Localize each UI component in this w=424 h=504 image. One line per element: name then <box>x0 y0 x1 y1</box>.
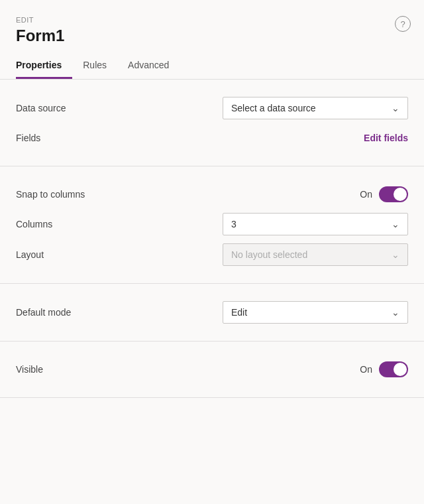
layout-section: Snap to columns On Columns 3 ⌄ Layout No… <box>0 166 424 284</box>
snap-toggle-container: On <box>360 186 408 202</box>
snap-to-columns-label: Snap to columns <box>16 189 85 200</box>
layout-placeholder: No layout selected <box>231 249 307 260</box>
visible-toggle[interactable] <box>379 361 408 377</box>
tab-advanced[interactable]: Advanced <box>128 53 180 79</box>
columns-row: Columns 3 ⌄ <box>16 209 408 239</box>
fields-row: Fields Edit fields <box>16 123 408 153</box>
snap-to-columns-row: Snap to columns On <box>16 180 408 209</box>
data-source-row: Data source Select a data source ⌄ <box>16 93 408 123</box>
chevron-down-icon: ⌄ <box>392 103 399 113</box>
layout-row: Layout No layout selected ⌄ <box>16 239 408 270</box>
layout-label: Layout <box>16 249 44 260</box>
form-title: Form1 <box>16 27 408 45</box>
visible-label: Visible <box>16 364 43 375</box>
default-mode-dropdown[interactable]: Edit ⌄ <box>223 301 408 324</box>
visible-toggle-container: On <box>360 361 408 377</box>
default-mode-label: Default mode <box>16 307 71 318</box>
chevron-down-icon: ⌄ <box>392 307 399 318</box>
columns-label: Columns <box>16 219 52 229</box>
snap-toggle[interactable] <box>379 186 408 202</box>
default-mode-row: Default mode Edit ⌄ <box>16 297 408 328</box>
tab-bar: Properties Rules Advanced <box>0 53 424 80</box>
tab-properties[interactable]: Properties <box>16 53 72 79</box>
visible-state-label: On <box>360 364 372 375</box>
edit-fields-link[interactable]: Edit fields <box>364 133 408 143</box>
data-source-dropdown[interactable]: Select a data source ⌄ <box>223 97 408 119</box>
visible-row: Visible On <box>16 355 408 384</box>
edit-label: EDIT <box>16 16 408 24</box>
columns-value: 3 <box>231 219 237 229</box>
snap-state-label: On <box>360 189 372 200</box>
layout-dropdown[interactable]: No layout selected ⌄ <box>223 243 408 266</box>
help-icon[interactable]: ? <box>395 16 411 32</box>
data-source-section: Data source Select a data source ⌄ Field… <box>0 80 424 166</box>
fields-label: Fields <box>16 133 40 143</box>
columns-dropdown[interactable]: 3 ⌄ <box>223 213 408 235</box>
tab-rules[interactable]: Rules <box>83 53 117 79</box>
default-mode-value: Edit <box>231 307 247 318</box>
chevron-down-icon: ⌄ <box>392 219 399 229</box>
chevron-down-icon: ⌄ <box>392 249 399 260</box>
default-mode-section: Default mode Edit ⌄ <box>0 284 424 342</box>
visible-section: Visible On <box>0 342 424 398</box>
data-source-label: Data source <box>16 103 66 113</box>
data-source-placeholder: Select a data source <box>231 103 316 113</box>
